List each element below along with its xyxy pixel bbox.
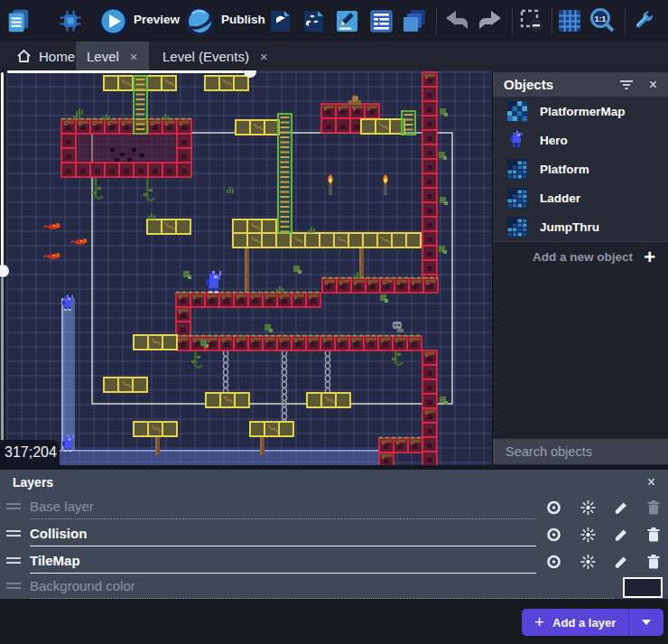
yellow-platform[interactable]: [205, 76, 248, 90]
yellow-platform[interactable]: [147, 219, 190, 234]
drag-handle-icon[interactable]: [6, 527, 30, 543]
visibility-eye-icon[interactable]: [545, 527, 562, 543]
layer-row-tilemap[interactable]: TileMap: [0, 548, 668, 575]
layer-name[interactable]: Base layer: [30, 497, 536, 519]
edit-layer-pencil-icon[interactable]: [613, 499, 629, 516]
project-manager-button[interactable]: [5, 8, 31, 33]
layer-effects-icon[interactable]: [580, 527, 597, 543]
grid-button[interactable]: [557, 8, 582, 33]
add-layer-button[interactable]: + Add a layer: [522, 609, 628, 636]
yellow-platform[interactable]: [104, 378, 147, 392]
layer-effects-icon[interactable]: [580, 499, 597, 516]
layer-row-base-layer[interactable]: Base layer: [0, 494, 668, 521]
delete-selection-button[interactable]: [519, 8, 544, 33]
object-item-ladder[interactable]: Ladder: [493, 183, 668, 213]
filter-icon[interactable]: [618, 79, 635, 91]
search-objects-input[interactable]: [504, 443, 668, 460]
drag-handle-icon[interactable]: [6, 579, 30, 595]
tab-home[interactable]: Home: [7, 42, 84, 70]
yellow-platform[interactable]: [233, 219, 276, 234]
red-brick-structure[interactable]: [176, 293, 320, 308]
edit-layer-pencil-icon[interactable]: [613, 527, 629, 543]
object-item-hero[interactable]: Hero: [493, 126, 668, 155]
layers-panel-footer: + Add a layer: [0, 599, 668, 644]
objects-panel-close-icon[interactable]: ×: [649, 77, 657, 93]
publish-label[interactable]: Publish: [221, 13, 265, 26]
object-label: JumpThru: [540, 220, 599, 234]
vertical-scrollbar-track[interactable]: [1, 277, 4, 445]
red-brick-structure[interactable]: [422, 408, 437, 465]
layer-name[interactable]: Background color: [30, 576, 614, 599]
preview-button[interactable]: [97, 5, 130, 38]
layers-panel: Layers × Base layer Collision: [0, 470, 668, 599]
vertical-scrollbar[interactable]: [1, 72, 4, 271]
level-canvas[interactable]: [0, 70, 492, 465]
yellow-platform[interactable]: [361, 119, 404, 134]
instances-list-button[interactable]: [301, 8, 326, 33]
layer-effects-icon[interactable]: [580, 554, 597, 570]
ladder[interactable]: [278, 114, 292, 233]
scene-editor-canvas-area[interactable]: 317;204: [0, 70, 492, 465]
delete-layer-trash-icon[interactable]: [646, 554, 661, 570]
red-brick-structure[interactable]: [176, 336, 422, 351]
drag-handle-icon[interactable]: [6, 554, 30, 570]
visibility-eye-icon[interactable]: [545, 499, 562, 516]
toolbar-separator: [436, 7, 437, 34]
layers-toolbar-button[interactable]: [402, 8, 427, 33]
settings-button[interactable]: [631, 8, 656, 33]
layer-row-background-color[interactable]: Background color: [0, 575, 668, 599]
object-item-platform[interactable]: Platform: [493, 154, 668, 184]
yellow-platform[interactable]: [250, 422, 293, 436]
layer-name[interactable]: Collision: [30, 524, 536, 546]
edit-scene-button[interactable]: [334, 8, 359, 33]
delete-layer-trash-icon[interactable]: [646, 499, 661, 516]
undo-button[interactable]: [443, 8, 470, 33]
object-item-jumpthru[interactable]: JumpThru: [493, 212, 668, 242]
yellow-platform[interactable]: [307, 393, 350, 407]
tab-level-events-label: Level (Events): [162, 49, 249, 64]
layer-name[interactable]: TileMap: [30, 551, 536, 574]
red-brick-structure[interactable]: [61, 119, 191, 178]
preview-label[interactable]: Preview: [134, 13, 180, 26]
redo-button[interactable]: [477, 8, 504, 33]
horizontal-scrollbar[interactable]: [7, 70, 244, 73]
tab-level-events[interactable]: Level (Events) ×: [152, 42, 279, 70]
tileset-object-icon: [504, 186, 531, 210]
red-brick-structure[interactable]: [379, 438, 422, 453]
add-new-object-row[interactable]: Add a new object +: [493, 242, 668, 272]
yellow-platform[interactable]: [134, 335, 177, 350]
visibility-eye-icon[interactable]: [545, 554, 562, 570]
layers-panel-close-icon[interactable]: ×: [647, 474, 655, 490]
edit-layer-pencil-icon[interactable]: [613, 554, 629, 570]
add-layer-dropdown-button[interactable]: [628, 609, 663, 636]
red-brick-structure[interactable]: [422, 72, 437, 289]
yellow-platform[interactable]: [206, 393, 249, 407]
red-brick-structure[interactable]: [422, 350, 437, 408]
toolbar-separator: [552, 7, 552, 34]
edit-events-button[interactable]: [368, 8, 394, 33]
red-brick-structure[interactable]: [322, 278, 438, 294]
yellow-platform[interactable]: [233, 233, 421, 247]
drag-handle-icon[interactable]: [6, 499, 30, 516]
background-color-swatch[interactable]: [623, 577, 663, 598]
redo-icon: [477, 9, 504, 33]
tab-level[interactable]: Level ×: [76, 42, 149, 70]
ladder[interactable]: [134, 76, 147, 134]
delete-layer-trash-icon[interactable]: [646, 527, 661, 543]
red-brick-structure[interactable]: [379, 453, 394, 465]
add-object-plus-icon[interactable]: +: [644, 246, 655, 269]
debugger-button[interactable]: [58, 8, 83, 33]
selection-minus-icon: [519, 8, 544, 33]
red-brick-structure[interactable]: [176, 307, 190, 336]
zoom-original-button[interactable]: 1:1: [589, 8, 617, 33]
tab-level-close-icon[interactable]: ×: [130, 49, 138, 64]
publish-button[interactable]: [183, 5, 217, 38]
layer-row-collision[interactable]: Collision: [0, 521, 668, 548]
yellow-platform[interactable]: [134, 422, 177, 436]
yellow-platform[interactable]: [236, 120, 279, 135]
layers-stack-icon: [402, 8, 427, 33]
edit-object-button[interactable]: [267, 8, 292, 33]
object-item-platformermap[interactable]: PlatformerMap: [493, 97, 668, 126]
tab-level-events-close-icon[interactable]: ×: [260, 49, 268, 64]
ladder[interactable]: [402, 111, 415, 135]
